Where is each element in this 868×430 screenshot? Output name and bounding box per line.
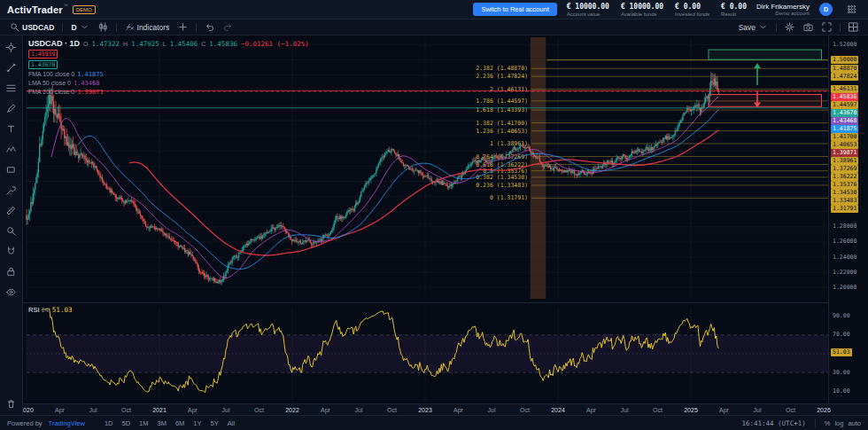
time-axis-label: Oct [121, 407, 131, 413]
time-axis-label: Jul [754, 407, 762, 413]
indicator-row[interactable]: FMA 200 close 01.39871 [28, 89, 309, 96]
fullscreen-button[interactable] [818, 20, 836, 34]
toolbar-right: Save [734, 20, 863, 34]
price-axis-tick: 1.20000 [831, 284, 858, 292]
indicator-row[interactable]: LMA 50 close 01.43468 [28, 80, 309, 87]
interval-select[interactable]: D [66, 20, 93, 34]
range-5y-button[interactable]: 5Y [207, 418, 222, 428]
account-metric: € 0.00Result [721, 3, 747, 17]
tool-brush[interactable] [4, 101, 19, 115]
tool-forecast[interactable] [4, 183, 19, 197]
range-5d-button[interactable]: 5D [118, 418, 134, 428]
avatar[interactable]: D [819, 3, 833, 16]
scale-log-button[interactable]: log [834, 419, 843, 427]
time-axis-label: 2024 [551, 407, 565, 413]
bottom-bar: Powered by TradingView 1D5D1M3M6M1Y5YAll… [0, 415, 868, 430]
shapes-icon [6, 165, 16, 175]
svg-text:1.382 (1.41700): 1.382 (1.41700) [476, 120, 528, 127]
save-button[interactable]: Save [734, 20, 772, 34]
user-name: Dirk Frikamersky [756, 3, 810, 11]
range-all-button[interactable]: All [224, 418, 238, 428]
price-axis-label: 1.46131 [831, 85, 858, 93]
layout-grid-icon [849, 22, 858, 32]
tool-lock[interactable] [4, 264, 19, 278]
scale-percent-button[interactable]: % [825, 419, 831, 427]
price-axis-tick: 90.00 [831, 312, 852, 320]
demo-badge: DEMO [73, 5, 96, 14]
time-axis-label: 2023 [418, 407, 432, 413]
price-axis-label: 1.50000 [831, 56, 858, 64]
tool-pattern[interactable] [4, 142, 19, 156]
price-axis-label: 1.43468 [831, 117, 858, 125]
tool-trash[interactable] [4, 396, 19, 410]
tradingview-link[interactable]: TradingView [49, 419, 85, 427]
clock[interactable]: 16:41:44 (UTC+1) [741, 419, 805, 427]
compare-icon [178, 22, 188, 32]
redo-button[interactable] [219, 20, 237, 34]
tool-zoom[interactable] [4, 223, 19, 238]
tool-eye[interactable] [4, 285, 19, 299]
undo-button[interactable] [200, 20, 219, 34]
tool-fib-retracement[interactable] [4, 81, 19, 95]
price-axis-label: 1.33483 [831, 197, 858, 205]
scale-buttons: %logauto [825, 419, 861, 427]
tool-measure[interactable] [4, 203, 19, 217]
activtrader-app: 2.382 (1.48870)2.236 (1.47824)2 (1.46131… [0, 0, 868, 430]
range-1y-button[interactable]: 1Y [190, 418, 205, 428]
snapshot-button[interactable] [799, 20, 818, 34]
caret-down-icon [80, 22, 89, 32]
time-axis-label: Apr [55, 407, 65, 413]
chart-type-button[interactable] [94, 20, 112, 34]
rsi-legend[interactable]: RSI1451.03 [28, 306, 72, 314]
layout-button[interactable] [844, 20, 863, 34]
toolbar-left: USDCADDIndicators [5, 20, 237, 34]
tool-trend-line[interactable] [4, 60, 19, 74]
range-6m-button[interactable]: 6M [172, 418, 188, 428]
settings-button[interactable] [780, 20, 799, 34]
svg-text:1.618 (1.43393): 1.618 (1.43393) [476, 106, 528, 113]
tool-text[interactable] [4, 121, 19, 136]
ohlc-o-label: O [83, 41, 88, 47]
time-axis-label: Jul [355, 407, 363, 413]
user-info[interactable]: Dirk Frikamersky Demo account [756, 3, 810, 16]
ohlc-l-label: L [163, 41, 167, 47]
switch-real-account-button[interactable]: Switch to Real account [473, 3, 556, 16]
scale-auto-button[interactable]: auto [848, 419, 861, 427]
avatar-initials: D [824, 6, 828, 12]
rsi-label: RSI [28, 306, 40, 314]
account-metrics: € 10000.00Account value€ 10000.00Availab… [567, 3, 747, 17]
indicator-legend: FMA 100 close 01.41875LMA 50 close 01.43… [28, 71, 309, 96]
pattern-icon [6, 145, 16, 154]
camera-icon [803, 22, 813, 32]
symbol-legend-row[interactable]: USDCAD · 1D O1.47322 H1.47925 L1.45406 C… [28, 39, 309, 48]
apps-menu-button[interactable] [842, 3, 861, 16]
indicators-button[interactable]: Indicators [120, 20, 174, 34]
tool-shapes[interactable] [4, 162, 19, 176]
fib-retracement-icon [6, 83, 16, 93]
symbol-search[interactable]: USDCAD [5, 20, 58, 34]
gear-icon [785, 22, 794, 32]
range-1m-button[interactable]: 1M [136, 418, 151, 428]
tool-magnet[interactable] [4, 244, 19, 258]
indicator-row[interactable]: FMA 100 close 01.41875 [28, 71, 309, 78]
compare-button[interactable] [174, 20, 192, 34]
price-axis-tick: 1.28000 [831, 223, 858, 231]
symbol-title: USDCAD · 1D [28, 39, 80, 48]
tool-crosshair[interactable] [4, 40, 19, 54]
metric-value: € 0.00 [721, 3, 747, 11]
range-3m-button[interactable]: 3M [154, 418, 170, 428]
price-axis-label: 1.39871 [831, 149, 858, 157]
ohlc-change: −0.01261 (−1.02%) [241, 40, 309, 48]
price-axis-label: 1.41700 [831, 133, 858, 141]
eye-icon [6, 287, 16, 297]
metric-label: Available funds [621, 12, 663, 17]
price-axis-tick: 1.26000 [831, 238, 858, 246]
metric-value: € 0.00 [675, 3, 709, 11]
alert-price-tag[interactable]: 1.43670 [28, 60, 58, 69]
price-axis[interactable]: 1.500001.488701.478241.461311.458361.445… [828, 35, 868, 403]
svg-text:1 (1.38961): 1 (1.38961) [490, 140, 528, 147]
time-axis[interactable]: 2020AprJulOct2021AprJulOct2022AprJulOct2… [23, 403, 868, 415]
range-1d-button[interactable]: 1D [101, 418, 117, 428]
drawing-toolbar [0, 35, 23, 415]
alert-price-tag[interactable]: 1.45939 [28, 50, 58, 59]
